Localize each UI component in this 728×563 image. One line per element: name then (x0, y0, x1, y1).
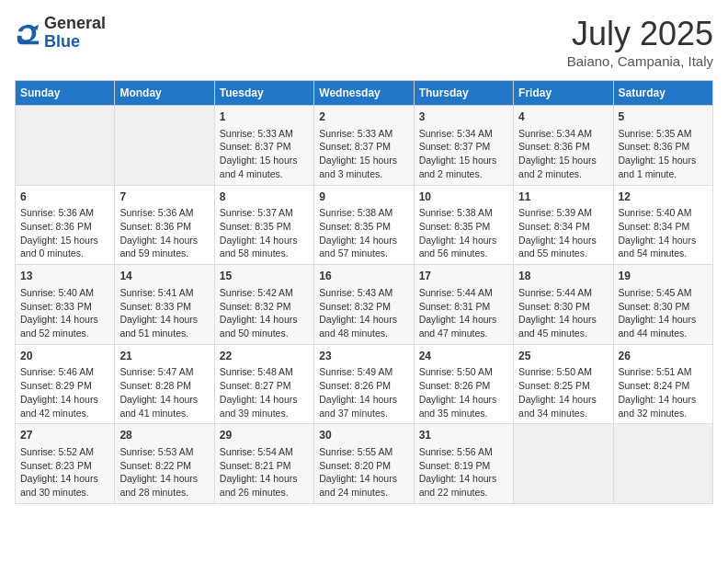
day-number: 20 (20, 349, 109, 364)
calendar-cell: 11Sunrise: 5:39 AM Sunset: 8:34 PM Dayli… (514, 185, 613, 265)
day-info: Sunrise: 5:38 AM Sunset: 8:35 PM Dayligh… (319, 206, 408, 260)
day-number: 18 (518, 269, 608, 284)
day-info: Sunrise: 5:34 AM Sunset: 8:36 PM Dayligh… (518, 127, 608, 181)
day-number: 12 (619, 190, 708, 205)
calendar-cell: 14Sunrise: 5:41 AM Sunset: 8:33 PM Dayli… (115, 265, 214, 345)
calendar-cell (613, 424, 712, 504)
day-info: Sunrise: 5:52 AM Sunset: 8:23 PM Dayligh… (20, 445, 109, 500)
calendar-cell: 19Sunrise: 5:45 AM Sunset: 8:30 PM Dayli… (613, 265, 712, 345)
day-info: Sunrise: 5:36 AM Sunset: 8:36 PM Dayligh… (20, 206, 109, 260)
calendar-cell: 10Sunrise: 5:38 AM Sunset: 8:35 PM Dayli… (414, 185, 513, 265)
day-info: Sunrise: 5:36 AM Sunset: 8:36 PM Dayligh… (119, 206, 209, 260)
calendar-week-row: 6Sunrise: 5:36 AM Sunset: 8:36 PM Daylig… (16, 185, 713, 265)
calendar-cell: 2Sunrise: 5:33 AM Sunset: 8:37 PM Daylig… (314, 106, 414, 186)
weekday-header-friday: Friday (514, 81, 613, 106)
day-number: 13 (20, 269, 109, 284)
day-number: 1 (220, 109, 309, 125)
day-number: 23 (319, 349, 408, 364)
day-number: 27 (20, 428, 109, 443)
day-info: Sunrise: 5:37 AM Sunset: 8:35 PM Dayligh… (220, 206, 309, 260)
calendar-cell (514, 424, 613, 504)
day-number: 2 (319, 109, 408, 125)
day-info: Sunrise: 5:45 AM Sunset: 8:30 PM Dayligh… (619, 286, 708, 340)
title-block: July 2025 Baiano, Campania, Italy (567, 15, 713, 69)
day-info: Sunrise: 5:49 AM Sunset: 8:26 PM Dayligh… (319, 365, 408, 419)
weekday-header-thursday: Thursday (414, 81, 513, 106)
calendar-cell: 18Sunrise: 5:44 AM Sunset: 8:30 PM Dayli… (514, 265, 613, 345)
day-info: Sunrise: 5:40 AM Sunset: 8:33 PM Dayligh… (20, 286, 109, 340)
calendar-cell: 13Sunrise: 5:40 AM Sunset: 8:33 PM Dayli… (16, 265, 115, 345)
day-info: Sunrise: 5:56 AM Sunset: 8:19 PM Dayligh… (419, 445, 508, 500)
calendar-cell: 24Sunrise: 5:50 AM Sunset: 8:26 PM Dayli… (414, 344, 513, 424)
calendar-cell: 4Sunrise: 5:34 AM Sunset: 8:36 PM Daylig… (514, 106, 613, 186)
day-info: Sunrise: 5:33 AM Sunset: 8:37 PM Dayligh… (220, 127, 309, 181)
calendar-cell: 23Sunrise: 5:49 AM Sunset: 8:26 PM Dayli… (314, 344, 414, 424)
calendar-cell: 21Sunrise: 5:47 AM Sunset: 8:28 PM Dayli… (115, 344, 214, 424)
calendar-cell: 27Sunrise: 5:52 AM Sunset: 8:23 PM Dayli… (16, 424, 115, 504)
calendar-cell: 6Sunrise: 5:36 AM Sunset: 8:36 PM Daylig… (16, 185, 115, 265)
day-number: 21 (119, 349, 209, 364)
logo: General Blue (15, 15, 106, 52)
day-info: Sunrise: 5:48 AM Sunset: 8:27 PM Dayligh… (220, 365, 309, 419)
day-info: Sunrise: 5:51 AM Sunset: 8:24 PM Dayligh… (619, 365, 708, 419)
day-number: 7 (119, 190, 209, 205)
day-info: Sunrise: 5:35 AM Sunset: 8:36 PM Dayligh… (619, 127, 708, 181)
logo-icon (15, 20, 40, 46)
day-info: Sunrise: 5:55 AM Sunset: 8:20 PM Dayligh… (319, 445, 408, 500)
day-info: Sunrise: 5:42 AM Sunset: 8:32 PM Dayligh… (220, 286, 309, 340)
calendar-cell: 29Sunrise: 5:54 AM Sunset: 8:21 PM Dayli… (214, 424, 313, 504)
calendar-cell: 3Sunrise: 5:34 AM Sunset: 8:37 PM Daylig… (414, 106, 513, 186)
day-info: Sunrise: 5:47 AM Sunset: 8:28 PM Dayligh… (119, 365, 209, 419)
day-number: 6 (20, 190, 109, 205)
calendar-week-row: 1Sunrise: 5:33 AM Sunset: 8:37 PM Daylig… (16, 106, 713, 186)
day-number: 15 (220, 269, 309, 284)
day-number: 29 (220, 428, 309, 443)
calendar-cell: 16Sunrise: 5:43 AM Sunset: 8:32 PM Dayli… (314, 265, 414, 345)
weekday-header-row: SundayMondayTuesdayWednesdayThursdayFrid… (16, 81, 713, 106)
weekday-header-sunday: Sunday (16, 81, 115, 106)
day-number: 30 (319, 428, 408, 443)
calendar-cell: 17Sunrise: 5:44 AM Sunset: 8:31 PM Dayli… (414, 265, 513, 345)
location: Baiano, Campania, Italy (567, 53, 713, 69)
day-number: 22 (220, 349, 309, 364)
day-info: Sunrise: 5:53 AM Sunset: 8:22 PM Dayligh… (119, 445, 209, 500)
day-number: 10 (419, 190, 508, 205)
calendar-cell: 28Sunrise: 5:53 AM Sunset: 8:22 PM Dayli… (115, 424, 214, 504)
weekday-header-wednesday: Wednesday (314, 81, 414, 106)
month-title: July 2025 (567, 15, 713, 53)
day-number: 24 (419, 349, 508, 364)
day-info: Sunrise: 5:44 AM Sunset: 8:31 PM Dayligh… (419, 286, 508, 340)
calendar-cell: 8Sunrise: 5:37 AM Sunset: 8:35 PM Daylig… (214, 185, 313, 265)
calendar-cell: 30Sunrise: 5:55 AM Sunset: 8:20 PM Dayli… (314, 424, 414, 504)
weekday-header-saturday: Saturday (613, 81, 712, 106)
logo-text: General Blue (44, 15, 106, 52)
calendar-cell: 1Sunrise: 5:33 AM Sunset: 8:37 PM Daylig… (214, 106, 313, 186)
day-number: 26 (619, 349, 708, 364)
day-number: 3 (419, 109, 508, 125)
day-info: Sunrise: 5:46 AM Sunset: 8:29 PM Dayligh… (20, 365, 109, 419)
day-number: 28 (119, 428, 209, 443)
day-info: Sunrise: 5:33 AM Sunset: 8:37 PM Dayligh… (319, 127, 408, 181)
calendar-cell: 25Sunrise: 5:50 AM Sunset: 8:25 PM Dayli… (514, 344, 613, 424)
calendar-cell (115, 106, 214, 186)
day-number: 4 (518, 109, 608, 125)
calendar-cell: 20Sunrise: 5:46 AM Sunset: 8:29 PM Dayli… (16, 344, 115, 424)
calendar-cell: 7Sunrise: 5:36 AM Sunset: 8:36 PM Daylig… (115, 185, 214, 265)
calendar-cell: 22Sunrise: 5:48 AM Sunset: 8:27 PM Dayli… (214, 344, 313, 424)
day-number: 31 (419, 428, 508, 443)
page-header: General Blue July 2025 Baiano, Campania,… (15, 15, 713, 69)
day-number: 25 (518, 349, 608, 364)
day-number: 14 (119, 269, 209, 284)
day-info: Sunrise: 5:50 AM Sunset: 8:25 PM Dayligh… (518, 365, 608, 419)
calendar-cell: 15Sunrise: 5:42 AM Sunset: 8:32 PM Dayli… (214, 265, 313, 345)
calendar-cell: 31Sunrise: 5:56 AM Sunset: 8:19 PM Dayli… (414, 424, 513, 504)
day-info: Sunrise: 5:44 AM Sunset: 8:30 PM Dayligh… (518, 286, 608, 340)
day-info: Sunrise: 5:43 AM Sunset: 8:32 PM Dayligh… (319, 286, 408, 340)
weekday-header-tuesday: Tuesday (214, 81, 313, 106)
day-number: 5 (619, 109, 708, 125)
day-info: Sunrise: 5:40 AM Sunset: 8:34 PM Dayligh… (619, 206, 708, 260)
day-number: 16 (319, 269, 408, 284)
calendar-cell: 9Sunrise: 5:38 AM Sunset: 8:35 PM Daylig… (314, 185, 414, 265)
day-info: Sunrise: 5:34 AM Sunset: 8:37 PM Dayligh… (419, 127, 508, 181)
day-number: 8 (220, 190, 309, 205)
